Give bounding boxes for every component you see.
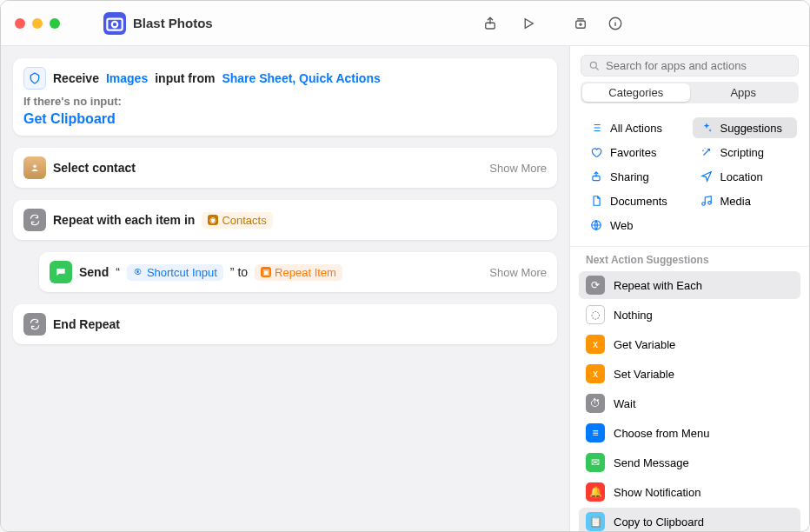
- category-location[interactable]: Location: [693, 166, 798, 187]
- titlebar-actions: [479, 12, 795, 35]
- suggestion-repeat-with-each[interactable]: ⟳Repeat with Each: [579, 271, 800, 299]
- suggestion-show-notification[interactable]: 🔔Show Notification: [579, 478, 800, 506]
- send-message-action[interactable]: Send “ ⦿ Shortcut Input ” to ▣ Repeat It…: [39, 252, 557, 292]
- fallback-action-token[interactable]: Get Clipboard: [23, 111, 116, 126]
- info-button[interactable]: [604, 12, 627, 35]
- location-icon: [700, 170, 714, 183]
- share-icon: [589, 170, 603, 183]
- shortcut-input-chip[interactable]: ⦿ Shortcut Input: [127, 264, 223, 281]
- receive-input-action[interactable]: Receive Images input from Share Sheet, Q…: [13, 58, 557, 136]
- search-icon: [588, 60, 601, 72]
- suggestion-set-variable[interactable]: xSet Variable: [579, 360, 800, 388]
- suggestion-choose-from-menu[interactable]: ≡Choose from Menu: [579, 419, 800, 447]
- receive-label: Receive: [53, 71, 99, 85]
- actions-sidebar: Categories Apps All ActionsSuggestionsFa…: [569, 46, 809, 531]
- fallback-label: If there's no input:: [23, 95, 547, 108]
- suggestion-icon: ≡: [586, 423, 605, 442]
- minimize-button[interactable]: [32, 18, 43, 29]
- suggestion-icon: ⏱: [586, 394, 605, 413]
- category-suggestions[interactable]: Suggestions: [693, 117, 798, 138]
- show-more-button[interactable]: Show More: [489, 162, 547, 175]
- svg-rect-0: [107, 18, 122, 30]
- doc-icon: [589, 194, 603, 208]
- suggestion-wait[interactable]: ⏱Wait: [579, 389, 800, 417]
- end-repeat-action[interactable]: End Repeat: [13, 304, 557, 344]
- close-button[interactable]: [15, 18, 25, 29]
- category-web[interactable]: Web: [582, 215, 687, 236]
- suggestion-icon: x: [586, 364, 605, 383]
- page-title: Blast Photos: [133, 16, 213, 30]
- shortcuts-editor-window: Blast Photos: [0, 0, 810, 532]
- globe-icon: [589, 218, 603, 232]
- suggestions-header: Next Action Suggestions: [570, 246, 809, 271]
- svg-point-8: [701, 203, 705, 206]
- open-quote: “: [116, 265, 120, 279]
- select-contact-action[interactable]: Select contact Show More: [13, 148, 557, 188]
- music-icon: [700, 194, 714, 208]
- select-contact-title: Select contact: [53, 161, 136, 175]
- send-title: Send: [79, 265, 109, 279]
- end-repeat-title: End Repeat: [53, 317, 120, 331]
- receive-icon: [23, 67, 46, 90]
- suggestion-nothing[interactable]: ◌Nothing: [579, 301, 800, 329]
- repeat-title: Repeat with each item in: [53, 213, 195, 227]
- messages-icon: [50, 261, 72, 283]
- close-quote-to: ” to: [230, 265, 248, 279]
- search-field[interactable]: [581, 55, 799, 76]
- suggestion-icon: 📋: [586, 512, 605, 531]
- sparkle-icon: [700, 121, 714, 135]
- zoom-button[interactable]: [50, 18, 60, 29]
- run-button[interactable]: [517, 12, 540, 35]
- receive-type-token[interactable]: Images: [106, 71, 148, 85]
- category-media[interactable]: Media: [693, 190, 798, 211]
- suggestion-send-message[interactable]: ✉Send Message: [579, 449, 800, 476]
- repeat-action[interactable]: Repeat with each item in ◉ Contacts: [13, 200, 557, 240]
- svg-point-5: [33, 165, 37, 169]
- suggestion-icon: ⟳: [586, 276, 605, 295]
- suggestion-get-variable[interactable]: xGet Variable: [579, 330, 800, 358]
- svg-point-6: [590, 62, 596, 68]
- repeat-icon: [23, 209, 46, 231]
- category-all-actions[interactable]: All Actions: [582, 117, 687, 138]
- contacts-icon: [23, 156, 46, 179]
- repeat-item-chip[interactable]: ▣ Repeat Item: [255, 264, 342, 281]
- svg-point-9: [707, 202, 711, 205]
- show-more-button[interactable]: Show More: [489, 266, 547, 279]
- share-button[interactable]: [479, 12, 501, 35]
- category-documents[interactable]: Documents: [582, 190, 687, 211]
- workflow-editor: Receive Images input from Share Sheet, Q…: [1, 46, 569, 531]
- search-input[interactable]: [606, 59, 791, 72]
- receive-mid: input from: [155, 71, 215, 85]
- suggestion-icon: x: [586, 335, 605, 354]
- category-sharing[interactable]: Sharing: [582, 166, 687, 187]
- suggestion-icon: ◌: [586, 305, 605, 324]
- shortcut-icon: [103, 12, 126, 35]
- library-button[interactable]: [569, 12, 592, 35]
- window-controls: [15, 18, 60, 29]
- svg-point-1: [112, 21, 118, 27]
- wand-icon: [700, 145, 714, 159]
- tab-apps[interactable]: Apps: [690, 83, 798, 102]
- suggestion-icon: ✉: [586, 453, 605, 472]
- suggestions-list: ⟳Repeat with Each◌NothingxGet VariablexS…: [570, 271, 809, 531]
- receive-source-token[interactable]: Share Sheet, Quick Actions: [222, 71, 380, 85]
- contacts-variable-chip[interactable]: ◉ Contacts: [202, 212, 272, 229]
- suggestion-copy-to-clipboard[interactable]: 📋Copy to Clipboard: [579, 508, 800, 531]
- tab-categories[interactable]: Categories: [582, 83, 690, 102]
- repeat-end-icon: [23, 313, 46, 336]
- categories-grid: All ActionsSuggestionsFavoritesScripting…: [570, 112, 809, 246]
- list-icon: [589, 121, 603, 135]
- titlebar: Blast Photos: [1, 1, 809, 46]
- sidebar-tabs: Categories Apps: [581, 82, 799, 103]
- heart-icon: [589, 145, 603, 159]
- category-favorites[interactable]: Favorites: [582, 142, 687, 163]
- category-scripting[interactable]: Scripting: [693, 142, 798, 163]
- suggestion-icon: 🔔: [586, 482, 605, 502]
